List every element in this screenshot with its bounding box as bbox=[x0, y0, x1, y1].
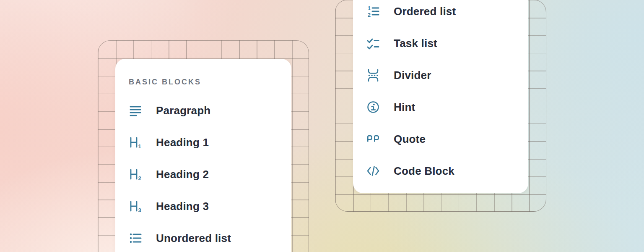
menu-item-label: Heading 1 bbox=[156, 136, 209, 149]
heading-3-icon: 3 bbox=[129, 200, 142, 213]
menu-item-label: Paragraph bbox=[156, 104, 210, 117]
menu-item-heading-1[interactable]: 1 Heading 1 bbox=[129, 126, 278, 158]
quote-icon bbox=[366, 132, 380, 146]
ordered-list-icon: 1 2 bbox=[366, 5, 380, 18]
code-block-icon bbox=[366, 164, 380, 178]
menu-item-heading-3[interactable]: 3 Heading 3 bbox=[129, 190, 278, 222]
menu-item-label: Heading 2 bbox=[156, 168, 209, 181]
block-menu-hero: BASIC BLOCKS Paragraph 1 Heading 1 bbox=[0, 0, 644, 252]
menu-item-quote[interactable]: Quote bbox=[366, 123, 515, 155]
menu-item-label: Hint bbox=[394, 101, 415, 114]
svg-text:2: 2 bbox=[138, 175, 141, 181]
menu-item-label: Ordered list bbox=[394, 5, 456, 18]
menu-item-divider[interactable]: Divider bbox=[366, 59, 515, 91]
svg-text:1: 1 bbox=[368, 5, 371, 11]
menu-item-label: Code Block bbox=[394, 165, 454, 178]
svg-text:1: 1 bbox=[138, 143, 141, 149]
task-list-icon bbox=[366, 37, 380, 50]
menu-item-label: Unordered list bbox=[156, 232, 231, 245]
divider-icon bbox=[366, 68, 380, 82]
menu-item-task-list[interactable]: Task list bbox=[366, 27, 515, 59]
menu-item-paragraph[interactable]: Paragraph bbox=[129, 94, 278, 126]
svg-text:2: 2 bbox=[368, 12, 371, 18]
unordered-list-icon bbox=[129, 231, 142, 245]
menu-item-hint[interactable]: Hint bbox=[366, 91, 515, 123]
heading-1-icon: 1 bbox=[129, 136, 142, 149]
menu-item-label: Quote bbox=[394, 133, 426, 146]
menu-item-unordered-list[interactable]: Unordered list bbox=[129, 222, 278, 252]
menu-item-label: Heading 3 bbox=[156, 200, 209, 213]
menu-item-heading-2[interactable]: 2 Heading 2 bbox=[129, 158, 278, 190]
menu-item-label: Task list bbox=[394, 37, 437, 50]
paragraph-icon bbox=[129, 104, 142, 117]
menu-item-code-block[interactable]: Code Block bbox=[366, 155, 515, 187]
blocks-menu-continued: 1 2 Ordered list Task list bbox=[353, 0, 528, 193]
section-header: BASIC BLOCKS bbox=[129, 77, 278, 87]
basic-blocks-menu: BASIC BLOCKS Paragraph 1 Heading 1 bbox=[115, 59, 291, 252]
svg-text:3: 3 bbox=[138, 207, 141, 213]
menu-item-ordered-list[interactable]: 1 2 Ordered list bbox=[366, 0, 515, 27]
heading-2-icon: 2 bbox=[129, 168, 142, 181]
hint-icon bbox=[366, 100, 380, 114]
menu-item-label: Divider bbox=[394, 69, 431, 82]
